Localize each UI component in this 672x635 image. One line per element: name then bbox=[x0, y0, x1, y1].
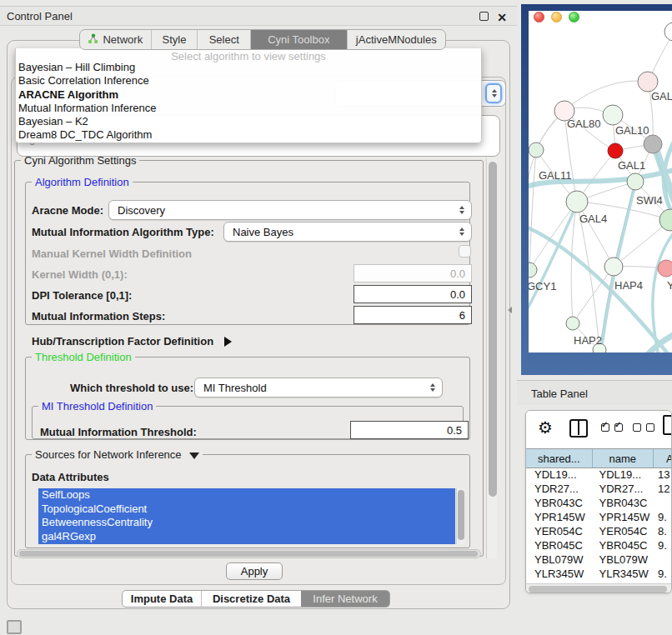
settings-horizontal-scrollbar[interactable] bbox=[17, 549, 481, 558]
mac-minimize-icon[interactable] bbox=[551, 12, 562, 22]
label-hap2: HAP2 bbox=[574, 334, 602, 347]
which-threshold-select[interactable]: MI Threshold bbox=[194, 378, 443, 398]
label-gal80: GAL80 bbox=[567, 118, 600, 130]
tab-discretize-data[interactable]: Discretize Data bbox=[201, 591, 301, 607]
algorithm-dropdown-list: Select algorithm to view settings Bayesi… bbox=[15, 48, 482, 143]
tab-jactivemnodules[interactable]: jActiveMNodules bbox=[348, 30, 445, 49]
dropdown-placeholder: Select algorithm to view settings bbox=[16, 48, 481, 61]
control-panel-tabbar: Network Style Select Cyni Toolbox jActiv… bbox=[79, 29, 446, 50]
tab-impute-data[interactable]: Impute Data bbox=[123, 591, 201, 607]
deselect-all-icon-2[interactable] bbox=[646, 423, 654, 432]
scrollbar-thumb[interactable] bbox=[19, 551, 478, 557]
mi-threshold-group-title: MI Threshold Definition bbox=[38, 400, 156, 412]
attribute-item-selected[interactable]: TopologicalCoefficient bbox=[38, 502, 455, 517]
mi-threshold-input[interactable]: 0.5 bbox=[350, 421, 469, 439]
column-header-name[interactable]: name bbox=[593, 449, 654, 468]
dropdown-option[interactable]: Bayesian – K2 bbox=[16, 115, 481, 128]
apply-button[interactable]: Apply bbox=[226, 562, 283, 580]
table-horizontal-scrollbar[interactable] bbox=[526, 583, 671, 593]
scrollbar-thumb[interactable] bbox=[458, 490, 464, 540]
scrollbar-thumb[interactable] bbox=[489, 162, 497, 497]
dropdown-option[interactable]: Dream8 DC_TDC Algorithm bbox=[16, 128, 481, 142]
network-nodes[interactable] bbox=[529, 22, 672, 352]
node-gal10[interactable] bbox=[603, 105, 623, 125]
dropdown-option[interactable]: Bayesian – Hill Climbing bbox=[16, 61, 481, 74]
attribute-item-selected[interactable]: SelfLoops bbox=[38, 488, 455, 502]
attribute-list-scrollbar[interactable] bbox=[456, 488, 464, 544]
network-edges-thick bbox=[529, 136, 672, 352]
column-header-partial[interactable]: A bbox=[654, 449, 671, 468]
table-row[interactable]: YBL079W YBL079W bbox=[526, 553, 671, 568]
node-partial-top[interactable] bbox=[664, 22, 672, 41]
dropdown-option-selected[interactable]: ARACNE Algorithm bbox=[16, 88, 481, 102]
aracne-mode-select[interactable]: Discovery bbox=[108, 200, 472, 220]
table-toolbar: ⚙ bbox=[526, 411, 671, 448]
mi-algorithm-type-select[interactable]: Naive Bayes bbox=[223, 222, 472, 242]
scrollbar-thumb[interactable] bbox=[529, 586, 667, 592]
table-row[interactable]: YPR145W YPR145W 9. bbox=[526, 511, 671, 525]
cyni-bottom-tabbar: Impute Data Discretize Data Infer Networ… bbox=[122, 590, 390, 608]
label-gal-partial: GAL bbox=[651, 90, 672, 102]
split-column-icon[interactable] bbox=[569, 419, 588, 438]
node-gal-partial[interactable] bbox=[638, 72, 658, 92]
gear-icon[interactable]: ⚙ bbox=[538, 418, 553, 438]
attribute-item-selected[interactable]: gal4RGexp bbox=[38, 530, 455, 544]
tab-infer-network[interactable]: Infer Network bbox=[301, 591, 389, 607]
network-node-labels: GAL GAL80 GAL10 GAL1 GAL11 SWI4 GAL4 GCY… bbox=[529, 90, 672, 347]
float-window-icon[interactable] bbox=[479, 12, 489, 21]
hub-definition-disclosure[interactable]: Hub/Transcription Factor Definition bbox=[32, 333, 232, 348]
dropdown-option[interactable]: Basic Correlation Inference bbox=[16, 74, 481, 88]
manual-kernel-width-checkbox[interactable] bbox=[459, 245, 471, 258]
node-gal4[interactable] bbox=[566, 191, 588, 212]
sources-group-title[interactable]: Sources for Network Inference bbox=[32, 448, 203, 461]
select-all-icon[interactable] bbox=[601, 423, 609, 432]
file-icon[interactable] bbox=[663, 415, 672, 435]
tab-select[interactable]: Select bbox=[198, 30, 251, 49]
node-selected-red[interactable] bbox=[608, 143, 623, 158]
combo-arrows-icon bbox=[430, 383, 435, 392]
table-rows: YDL19... YDL19... 13 YDR27... YDR27... 1… bbox=[526, 468, 671, 583]
node-salmon[interactable] bbox=[658, 260, 672, 277]
node-swi4[interactable] bbox=[627, 173, 644, 190]
combobox-spinner-focused[interactable] bbox=[485, 83, 502, 103]
table-row[interactable]: YBR043C YBR043C bbox=[526, 497, 671, 511]
node-hap2[interactable] bbox=[566, 317, 579, 330]
dpi-tolerance-input[interactable]: 0.0 bbox=[354, 285, 472, 303]
aracne-mode-label: Aracne Mode: bbox=[32, 204, 103, 217]
data-attributes-list: SelfLoops TopologicalCoefficient Between… bbox=[38, 488, 455, 544]
table-row[interactable]: YBR045C YBR045C 9. bbox=[526, 539, 671, 553]
dropdown-option[interactable]: Mutual Information Inference bbox=[16, 102, 481, 115]
table-row[interactable]: YER054C YER054C 8. bbox=[526, 525, 671, 539]
mac-close-icon[interactable] bbox=[534, 12, 544, 22]
mi-steps-label: Mutual Information Steps: bbox=[32, 310, 165, 322]
label-gal10: GAL10 bbox=[615, 124, 649, 137]
node-gray[interactable] bbox=[644, 135, 662, 153]
table-row[interactable]: YLR345W YLR345W 9. bbox=[526, 568, 671, 582]
settings-vertical-scrollbar[interactable] bbox=[486, 158, 497, 558]
label-gal1: GAL1 bbox=[618, 159, 645, 172]
attribute-item-selected[interactable]: BetweennessCentrality bbox=[38, 516, 455, 530]
node-hap4[interactable] bbox=[604, 258, 623, 276]
panel-divider-handle[interactable] bbox=[508, 307, 512, 313]
disclosure-down-icon bbox=[189, 452, 199, 459]
close-panel-icon[interactable]: ✕ bbox=[497, 11, 507, 24]
table-row[interactable]: YDL19... YDL19... 13 bbox=[526, 468, 671, 482]
mi-steps-input[interactable]: 6 bbox=[354, 306, 472, 324]
tab-cyni-toolbox[interactable]: Cyni Toolbox bbox=[251, 30, 347, 49]
tab-network[interactable]: Network bbox=[80, 30, 152, 49]
table-row[interactable]: YDR27... YDR27... 12 bbox=[526, 482, 671, 497]
combo-arrows-icon bbox=[459, 206, 464, 214]
select-all-icon-2[interactable] bbox=[614, 423, 623, 432]
node-gal11[interactable] bbox=[529, 142, 544, 158]
threshold-definition-title: Threshold Definition bbox=[32, 351, 135, 363]
collapsed-panel-icon[interactable] bbox=[7, 620, 22, 634]
deselect-all-icon[interactable] bbox=[633, 423, 641, 432]
data-attributes-label: Data Attributes bbox=[32, 471, 109, 483]
mac-zoom-icon[interactable] bbox=[569, 12, 579, 22]
column-header-shared[interactable]: shared... bbox=[526, 449, 593, 468]
network-canvas[interactable]: GAL GAL80 GAL10 GAL1 GAL11 SWI4 GAL4 GCY… bbox=[529, 11, 672, 352]
mi-algorithm-type-label: Mutual Information Algorithm Type: bbox=[32, 226, 214, 238]
table-panel-title: Table Panel bbox=[531, 388, 588, 400]
node-gcy1[interactable] bbox=[529, 262, 537, 278]
tab-style[interactable]: Style bbox=[152, 30, 198, 49]
